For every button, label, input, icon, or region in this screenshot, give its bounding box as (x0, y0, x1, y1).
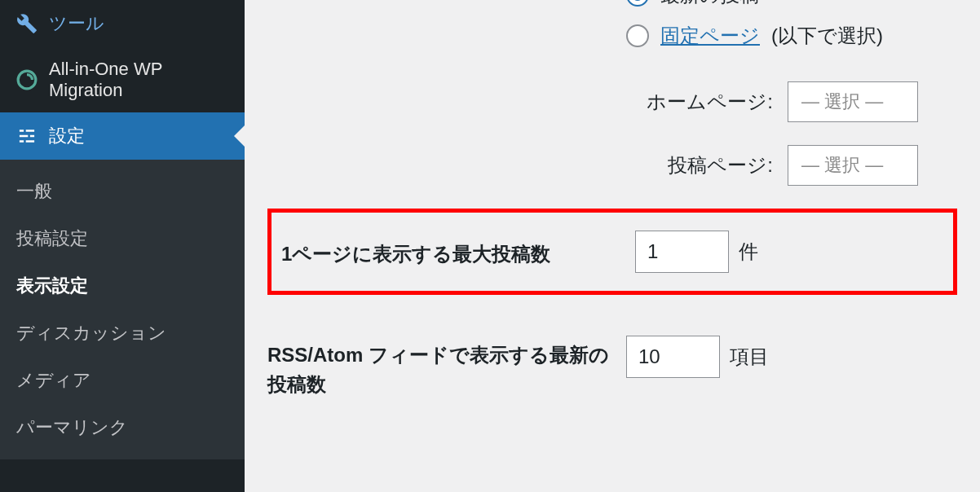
radio-latest-input[interactable] (626, 0, 649, 7)
posts-per-page-field: 件 (635, 231, 942, 273)
sidebar-item-settings[interactable]: 設定 (0, 112, 245, 160)
posts-per-page-label: 1ページに表示する最大投稿数 (276, 236, 635, 267)
main-content: 最新の投稿 固定ページ (以下で選択) ホームページ: — 選択 — 投稿ページ… (245, 0, 980, 492)
homepage-display-options: 最新の投稿 固定ページ (以下で選択) (267, 0, 957, 49)
postspage-select-label: 投稿ページ: (626, 152, 773, 178)
radio-latest-posts[interactable]: 最新の投稿 (626, 0, 957, 8)
radio-static-label[interactable]: 固定ページ (660, 23, 760, 49)
submenu-writing[interactable]: 投稿設定 (0, 215, 245, 262)
homepage-select[interactable]: — 選択 — (788, 81, 918, 122)
wrench-icon (16, 13, 38, 34)
homepage-select-row: ホームページ: — 選択 — (626, 81, 957, 122)
radio-static-page[interactable]: 固定ページ (以下で選択) (626, 23, 957, 49)
submenu-media[interactable]: メディア (0, 357, 245, 404)
sidebar-item-migration[interactable]: All-in-One WP Migration (0, 47, 245, 112)
sliders-icon (16, 125, 38, 147)
postspage-select[interactable]: — 選択 — (788, 145, 918, 186)
sidebar-item-label: 設定 (49, 124, 85, 148)
posts-per-page-row: 1ページに表示する最大投稿数 件 (267, 209, 957, 295)
select-placeholder: — 選択 — (801, 153, 883, 178)
radio-latest-label: 最新の投稿 (660, 0, 759, 8)
rss-unit: 項目 (730, 344, 769, 370)
postspage-select-row: 投稿ページ: — 選択 — (626, 145, 957, 186)
select-placeholder: — 選択 — (801, 90, 883, 114)
submenu-permalink[interactable]: パーマリンク (0, 404, 245, 451)
rss-row: RSS/Atom フィードで表示する最新の投稿数 項目 (267, 336, 957, 399)
sidebar-item-label: All-in-One WP Migration (49, 59, 228, 101)
posts-per-page-unit: 件 (739, 239, 758, 265)
radio-static-suffix: (以下で選択) (771, 23, 883, 49)
admin-sidebar: ツール All-in-One WP Migration 設定 一般 投稿設定 表… (0, 0, 245, 492)
submenu-reading[interactable]: 表示設定 (0, 262, 245, 310)
submenu-discussion[interactable]: ディスカッション (0, 310, 245, 357)
posts-per-page-input[interactable] (635, 231, 729, 273)
page-select-group: ホームページ: — 選択 — 投稿ページ: — 選択 — (267, 81, 957, 186)
rss-input[interactable] (626, 336, 720, 378)
homepage-select-label: ホームページ: (626, 89, 773, 115)
sidebar-item-tools[interactable]: ツール (0, 0, 245, 47)
rss-label: RSS/Atom フィードで表示する最新の投稿数 (267, 336, 626, 399)
migration-icon (16, 69, 38, 90)
rss-field: 項目 (626, 336, 957, 378)
radio-static-input[interactable] (626, 24, 649, 47)
sidebar-item-label: ツール (49, 11, 104, 36)
submenu-general[interactable]: 一般 (0, 168, 245, 215)
settings-submenu: 一般 投稿設定 表示設定 ディスカッション メディア パーマリンク (0, 160, 245, 459)
